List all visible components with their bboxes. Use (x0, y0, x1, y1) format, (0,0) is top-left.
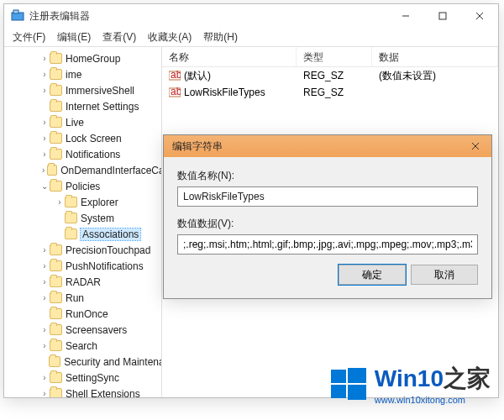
tree-node[interactable]: ›RADAR (9, 274, 162, 290)
tree-pane[interactable]: ›HomeGroup›ime›ImmersiveShellInternet Se… (4, 47, 162, 397)
tree-node[interactable]: ›SettingSync (9, 370, 162, 386)
twisty-icon[interactable]: › (39, 261, 50, 270)
tree-node[interactable]: Security and Maintenance (9, 354, 162, 370)
folder-icon (47, 165, 57, 176)
tree-node-label: ImmersiveShell (66, 85, 134, 97)
tree-node[interactable]: ›Screensavers (9, 322, 162, 338)
twisty-icon[interactable]: › (39, 293, 50, 302)
tree-node[interactable]: ›HomeGroup (9, 50, 162, 66)
tree-node[interactable]: ›Search (9, 338, 162, 354)
twisty-icon[interactable]: › (39, 325, 50, 334)
titlebar[interactable]: 注册表编辑器 (4, 4, 498, 28)
folder-icon (50, 292, 62, 303)
menu-help[interactable]: 帮助(H) (203, 30, 238, 45)
tree-node[interactable]: ›Shell Extensions (9, 386, 162, 397)
value-name: LowRiskFileTypes (184, 87, 265, 98)
maximize-button[interactable] (424, 4, 461, 28)
tree-node[interactable]: RunOnce (9, 306, 162, 322)
col-name[interactable]: 名称 (162, 47, 297, 66)
folder-icon (50, 101, 62, 112)
tree-node[interactable]: System (9, 210, 162, 226)
value-type: REG_SZ (297, 70, 372, 81)
tree-node-label: Shell Extensions (66, 388, 140, 398)
menu-edit[interactable]: 编辑(E) (57, 30, 91, 45)
tree-node[interactable]: ›OnDemandInterfaceCache (9, 162, 162, 178)
tree-node[interactable]: ›Live (9, 114, 162, 130)
tree-node-label: Notifications (66, 149, 120, 160)
tree-node-label: Lock Screen (66, 133, 122, 144)
twisty-icon[interactable]: › (39, 245, 50, 255)
folder-icon (50, 276, 62, 287)
tree-node[interactable]: ⌄Policies (9, 178, 162, 194)
twisty-icon[interactable]: › (39, 86, 50, 95)
folder-icon (50, 69, 62, 80)
close-button[interactable] (461, 4, 498, 28)
folder-icon (65, 197, 77, 207)
tree-node-label: PrecisionTouchpad (66, 244, 150, 256)
folder-icon (50, 133, 62, 144)
value-row[interactable]: ab(默认)REG_SZ(数值未设置) (162, 67, 498, 84)
tree-node-label: PushNotifications (66, 260, 144, 272)
twisty-icon[interactable]: › (39, 373, 50, 382)
twisty-icon[interactable]: › (39, 341, 50, 350)
minimize-button[interactable] (387, 4, 424, 28)
tree-node-label: Explorer (81, 197, 118, 208)
twisty-icon[interactable]: › (39, 70, 50, 79)
twisty-icon[interactable]: ⌄ (39, 181, 50, 191)
twisty-icon[interactable]: › (39, 118, 50, 127)
svg-text:ab: ab (171, 70, 181, 81)
watermark: Win10之家 www.win10xitong.com (328, 363, 491, 405)
folder-icon (50, 181, 62, 192)
twisty-icon[interactable]: › (39, 277, 50, 286)
tree-node[interactable]: Associations (9, 226, 162, 242)
folder-icon (50, 340, 62, 351)
tree-node[interactable]: ›Explorer (9, 194, 162, 210)
watermark-brand: Win10 (375, 365, 444, 391)
ok-button[interactable]: 确定 (339, 265, 406, 285)
dialog-title: 编辑字符串 (172, 139, 459, 154)
dialog-titlebar[interactable]: 编辑字符串 (164, 135, 491, 157)
tree-node[interactable]: ›Notifications (9, 146, 162, 162)
tree-node-label: Internet Settings (66, 101, 139, 113)
string-value-icon: ab (169, 70, 181, 81)
svg-rect-12 (331, 370, 346, 383)
folder-icon (50, 372, 62, 383)
value-data-input[interactable] (177, 234, 478, 255)
menu-file[interactable]: 文件(F) (13, 30, 45, 45)
twisty-icon[interactable]: › (39, 389, 50, 397)
col-data[interactable]: 数据 (372, 47, 498, 66)
tree-node-label: Screensavers (66, 324, 127, 336)
tree-node[interactable]: ›PushNotifications (9, 258, 162, 274)
twisty-icon[interactable]: › (39, 54, 50, 63)
menu-favorites[interactable]: 收藏夹(A) (148, 30, 192, 45)
cancel-button[interactable]: 取消 (411, 265, 478, 285)
tree-node-label: Live (66, 117, 84, 129)
edit-string-dialog: 编辑字符串 数值名称(N): 数值数据(V): 确定 取消 (163, 134, 492, 299)
tree-node[interactable]: ›PrecisionTouchpad (9, 242, 162, 258)
tree-node[interactable]: ›ImmersiveShell (9, 82, 162, 98)
twisty-icon[interactable]: › (39, 150, 50, 159)
svg-rect-13 (348, 368, 366, 383)
value-data-label: 数值数据(V): (177, 217, 478, 231)
tree-node[interactable]: Internet Settings (9, 98, 162, 114)
tree-node[interactable]: ›Run (9, 290, 162, 306)
menu-view[interactable]: 查看(V) (102, 30, 136, 45)
tree-node-label: OnDemandInterfaceCache (60, 165, 162, 176)
folder-icon (50, 324, 62, 335)
dialog-close-button[interactable] (459, 135, 491, 157)
watermark-suffix: 之家 (444, 365, 491, 391)
tree-node-label: Associations (81, 228, 140, 240)
twisty-icon[interactable]: › (39, 165, 47, 175)
tree-node-label: Run (66, 292, 84, 304)
twisty-icon[interactable]: › (39, 134, 50, 143)
svg-rect-1 (13, 10, 18, 13)
folder-icon (50, 260, 62, 271)
value-row[interactable]: abLowRiskFileTypesREG_SZ (162, 84, 498, 101)
tree-node[interactable]: ›Lock Screen (9, 130, 162, 146)
tree-node[interactable]: ›ime (9, 66, 162, 82)
tree-node-label: Security and Maintenance (64, 356, 162, 368)
col-type[interactable]: 类型 (297, 47, 372, 66)
tree-node-label: Search (66, 340, 97, 352)
value-name-input (177, 186, 478, 207)
twisty-icon[interactable]: › (55, 197, 65, 207)
